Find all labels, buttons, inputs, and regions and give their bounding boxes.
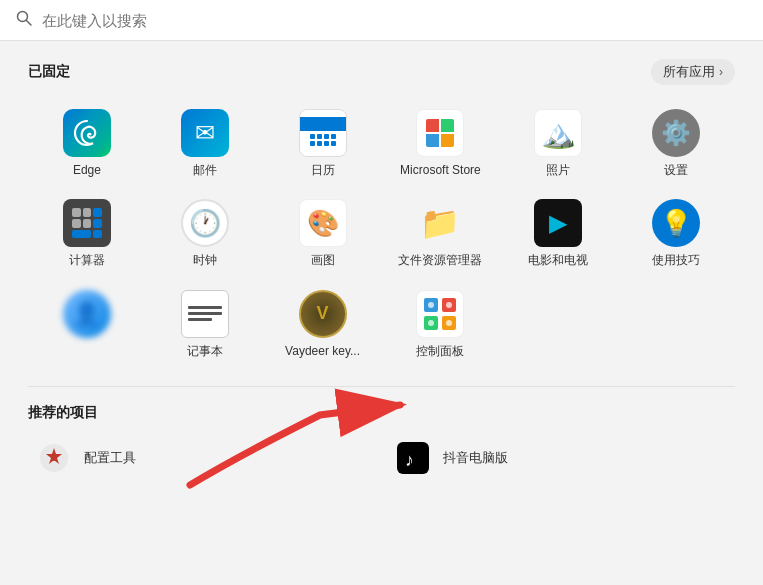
recommended-title: 推荐的项目: [28, 404, 98, 420]
rec-config-tool[interactable]: 配置工具: [28, 434, 377, 482]
photos-label: 照片: [546, 163, 570, 177]
notepad-label: 记事本: [187, 344, 223, 358]
clock-icon: 🕐: [181, 199, 229, 247]
store-icon: [416, 109, 464, 157]
settings-icon: ⚙️: [652, 109, 700, 157]
pinned-section-header: 已固定 所有应用 ›: [28, 59, 735, 85]
app-photos[interactable]: 🏔️ 照片: [499, 101, 617, 185]
calendar-label: 日历: [311, 163, 335, 177]
app-vaydeer[interactable]: V Vaydeer key...: [264, 282, 382, 366]
svg-text:♪: ♪: [405, 450, 414, 470]
recommended-section: 推荐的项目 配置工具 ♪: [28, 403, 735, 482]
vaydeer-icon: V: [299, 290, 347, 338]
app-explorer[interactable]: 📁 文件资源管理器: [382, 191, 500, 275]
section-divider: [28, 386, 735, 387]
app-calculator[interactable]: 计算器: [28, 191, 146, 275]
apps-grid: Edge ✉ 邮件 日历: [28, 101, 735, 366]
notepad-icon: [181, 290, 229, 338]
config-tool-icon: [36, 440, 72, 476]
douyin-label: 抖音电脑版: [443, 449, 508, 467]
movies-label: 电影和电视: [528, 253, 588, 267]
movies-icon: ▶: [534, 199, 582, 247]
svg-point-9: [446, 320, 452, 326]
app-tips[interactable]: 💡 使用技巧: [617, 191, 735, 275]
douyin-icon: ♪: [395, 440, 431, 476]
control-panel-icon: [416, 290, 464, 338]
app-edge[interactable]: Edge: [28, 101, 146, 185]
photos-icon: 🏔️: [534, 109, 582, 157]
svg-point-7: [446, 302, 452, 308]
explorer-label: 文件资源管理器: [398, 253, 482, 267]
search-icon: [16, 10, 32, 30]
svg-point-6: [428, 302, 434, 308]
tips-icon: 💡: [652, 199, 700, 247]
calculator-icon: [63, 199, 111, 247]
app-paint[interactable]: 🎨 画图: [264, 191, 382, 275]
config-tool-label: 配置工具: [84, 449, 136, 467]
svg-point-11: [51, 455, 57, 461]
chevron-right-icon: ›: [719, 65, 723, 79]
app-movies[interactable]: ▶ 电影和电视: [499, 191, 617, 275]
svg-point-8: [428, 320, 434, 326]
app-settings[interactable]: ⚙️ 设置: [617, 101, 735, 185]
settings-label: 设置: [664, 163, 688, 177]
app-avatar[interactable]: 👤: [28, 282, 146, 366]
edge-icon: [63, 109, 111, 157]
app-clock[interactable]: 🕐 时钟: [146, 191, 264, 275]
main-content: 已固定 所有应用 › Edge ✉ 邮件: [0, 41, 763, 500]
app-mail[interactable]: ✉ 邮件: [146, 101, 264, 185]
mail-icon: ✉: [181, 109, 229, 157]
app-control-panel[interactable]: 控制面板: [382, 282, 500, 366]
search-input[interactable]: [42, 12, 747, 29]
mail-label: 邮件: [193, 163, 217, 177]
paint-icon: 🎨: [299, 199, 347, 247]
app-notepad[interactable]: 记事本: [146, 282, 264, 366]
svg-line-1: [27, 21, 32, 26]
calendar-icon: [299, 109, 347, 157]
store-label: Microsoft Store: [400, 163, 481, 177]
all-apps-button[interactable]: 所有应用 ›: [651, 59, 735, 85]
recommended-grid: 配置工具 ♪ 抖音电脑版: [28, 434, 735, 482]
rec-douyin[interactable]: ♪ 抖音电脑版: [387, 434, 736, 482]
pinned-title: 已固定: [28, 63, 70, 81]
tips-label: 使用技巧: [652, 253, 700, 267]
control-panel-label: 控制面板: [416, 344, 464, 358]
paint-label: 画图: [311, 253, 335, 267]
all-apps-label: 所有应用: [663, 63, 715, 81]
explorer-icon: 📁: [416, 199, 464, 247]
clock-label: 时钟: [193, 253, 217, 267]
app-calendar[interactable]: 日历: [264, 101, 382, 185]
vaydeer-label: Vaydeer key...: [285, 344, 360, 358]
search-bar[interactable]: [0, 0, 763, 41]
user-avatar-icon: 👤: [63, 290, 111, 338]
calculator-label: 计算器: [69, 253, 105, 267]
app-store[interactable]: Microsoft Store: [382, 101, 500, 185]
edge-label: Edge: [73, 163, 101, 177]
